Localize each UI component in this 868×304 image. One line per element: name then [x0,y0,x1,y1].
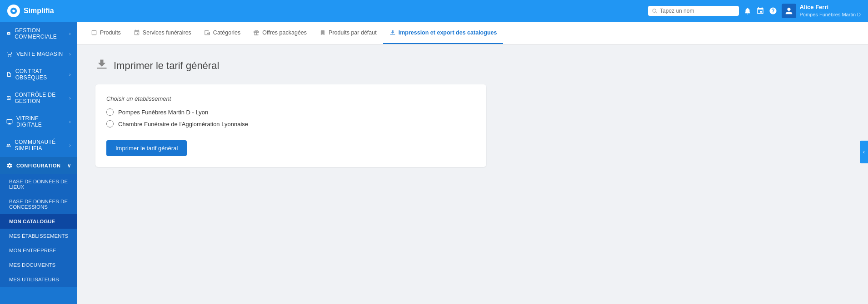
org-icon [204,29,210,36]
collapse-panel-toggle[interactable]: ‹ [860,141,868,163]
user-name: Alice Ferri [800,4,861,11]
people-icon [6,142,11,148]
nav-right: Alice Ferri Pompes Funèbres Martin D [648,4,861,18]
main-content: Produits Services funéraires Catégories … [77,22,868,304]
search-box[interactable] [648,6,739,16]
chevron-right-icon: › [69,72,71,77]
notifications-button[interactable] [743,7,752,15]
sidebar-item-configuration[interactable]: CONFIGURATION ∨ [0,157,77,174]
chevron-right-icon: › [69,143,71,148]
user-info: Alice Ferri Pompes Funèbres Martin D [800,4,861,18]
radio-input-2[interactable] [106,120,114,127]
sidebar-subitem-mes-documents[interactable]: MES DOCUMENTS [0,258,77,272]
bookmark-icon [319,29,326,36]
app-name: Simplifia [24,7,54,15]
radio-option-2[interactable]: Chambre Funéraire de l'Agglomération Lyo… [106,120,475,127]
cart-icon [6,51,13,57]
print-button[interactable]: Imprimer le tarif général [106,140,187,156]
svg-line-2 [655,12,657,13]
page-body: Imprimer le tarif général Choisir un éta… [77,44,868,181]
tabs-bar: Produits Services funéraires Catégories … [77,22,868,44]
nav-left: Simplifia [7,5,54,17]
user-menu-button[interactable]: Alice Ferri Pompes Funèbres Martin D [782,4,861,18]
sidebar-subitem-mes-utilisateurs[interactable]: MES UTILISATEURS [0,272,77,287]
sidebar-subitem-base-concessions[interactable]: BASE DE DONNÉES DE CONCESSIONS [0,194,77,214]
gift-icon [253,29,259,36]
sidebar-subitem-mes-etablissements[interactable]: MES ÉTABLISSEMENTS [0,229,77,243]
user-company: Pompes Funèbres Martin D [800,11,861,18]
radio-input-1[interactable] [106,108,114,116]
sidebar-item-vente-magasin[interactable]: VENTE MAGASIN › [0,45,77,63]
sidebar-item-controle-gestion[interactable]: CONTRÔLE DE GESTION › [0,86,77,110]
chevron-right-icon: › [69,52,71,57]
help-button[interactable] [769,7,777,15]
download-title-icon [95,58,108,74]
calendar-icon [134,29,140,36]
search-icon [652,8,658,14]
store-icon [6,30,11,37]
chevron-down-icon: ∨ [67,163,71,169]
document-icon [6,71,12,78]
calendar-button[interactable] [756,7,764,15]
sidebar-item-contrat-obseques[interactable]: CONTRAT OBSÉQUES › [0,63,77,86]
chevron-right-icon: › [69,96,71,101]
search-input[interactable] [660,8,735,14]
chevron-right-icon: › [69,31,71,36]
top-navigation: Simplifia Alice Ferri Pompes Funèbres Ma… [0,0,868,22]
tab-services-funeraires[interactable]: Services funéraires [127,22,198,44]
tab-produits[interactable]: Produits [85,22,127,44]
sidebar-item-gestion-commerciale[interactable]: GESTION COMMERCIALE › [0,22,77,45]
tab-categories[interactable]: Catégories [198,22,247,44]
gear-icon [6,162,13,169]
chart-icon [6,95,11,101]
chevron-right-icon: › [69,119,71,124]
tab-offres-packagees[interactable]: Offres packagées [247,22,313,44]
user-avatar [782,4,796,18]
box-icon [91,29,97,36]
sidebar-item-vitrine-digitale[interactable]: VITRINE DIGITALE › [0,110,77,133]
print-card: Choisir un établissement Pompes Funèbres… [95,84,486,167]
radio-option-1[interactable]: Pompes Funèbres Martin D - Lyon [106,108,475,116]
logo-icon [7,5,20,17]
download-icon [389,29,396,36]
sidebar-subitem-mon-catalogue[interactable]: MON CATALOGUE [0,214,77,229]
sidebar-subitem-base-lieux[interactable]: BASE DE DONNÉES DE LIEUX [0,174,77,194]
page-title: Imprimer le tarif général [95,58,850,74]
tab-produits-defaut[interactable]: Produits par défaut [313,22,383,44]
sidebar-item-communaute[interactable]: COMMUNAUTÉ SIMPLIFIA › [0,133,77,157]
svg-point-1 [653,9,656,12]
tab-impression-export[interactable]: Impression et export des catalogues [383,22,504,44]
sidebar-subitem-mon-entreprise[interactable]: MON ENTREPRISE [0,243,77,258]
screen-icon [6,118,13,125]
sidebar: GESTION COMMERCIALE › VENTE MAGASIN › CO… [0,22,77,304]
section-label: Choisir un établissement [106,95,475,102]
